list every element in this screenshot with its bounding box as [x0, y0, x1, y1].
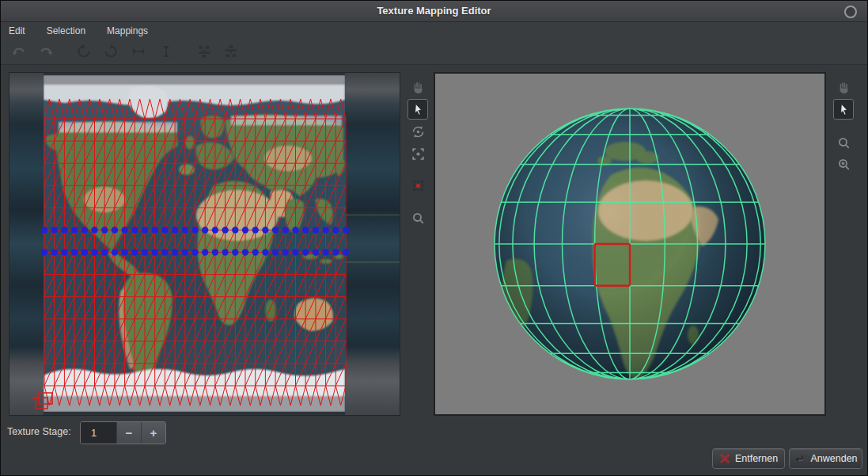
flip-horizontal-button[interactable] — [129, 42, 148, 61]
redo-icon — [38, 44, 54, 59]
merge-down-button[interactable] — [195, 42, 214, 61]
rotate-ccw-button[interactable] — [74, 42, 93, 61]
rotate-cw-icon — [103, 44, 119, 59]
red-x-icon — [719, 453, 730, 464]
zoom-tool-button-right[interactable] — [833, 132, 854, 153]
window-menu-button[interactable] — [844, 6, 857, 18]
menubar: Edit Selection Mappings — [1, 22, 867, 39]
uv-map-canvas[interactable] — [9, 72, 400, 416]
menu-mappings[interactable]: Mappings — [107, 25, 148, 36]
stage-decrement-button[interactable]: − — [116, 422, 141, 444]
pan-hand-icon — [836, 80, 851, 95]
stage-increment-button[interactable]: + — [141, 422, 165, 444]
magnifier-icon — [836, 135, 851, 150]
texture-stage-spinner: − + — [80, 421, 166, 444]
magnifier-icon — [411, 211, 426, 226]
pan-tool-button-right[interactable] — [833, 77, 854, 97]
pan-hand-icon — [411, 80, 426, 95]
merge-up-icon — [223, 44, 239, 59]
remove-button[interactable]: Entfernen — [712, 448, 785, 469]
rotate-cw-button[interactable] — [101, 42, 120, 61]
center-view-icon — [411, 147, 426, 162]
zoom-tool-button-left[interactable] — [407, 208, 428, 228]
apply-button[interactable]: Anwenden — [789, 448, 862, 469]
window-title: Texture Mapping Editor — [1, 5, 867, 17]
center-selection-button[interactable] — [407, 143, 428, 164]
redo-button[interactable] — [36, 42, 55, 61]
merge-down-icon — [196, 44, 212, 59]
magnifier-plus-icon — [836, 157, 851, 172]
texture-stage-input[interactable] — [81, 422, 116, 444]
rotate-ccw-icon — [76, 44, 92, 59]
marker-tool-button[interactable] — [407, 175, 428, 196]
select-tool-button-right[interactable] — [833, 99, 854, 120]
flip-horizontal-icon — [131, 44, 146, 59]
return-arrow-icon — [794, 453, 805, 465]
pan-tool-button-left[interactable] — [407, 77, 428, 97]
undo-button[interactable] — [9, 42, 28, 61]
texture-stage-label: Texture Stage: — [7, 426, 71, 437]
apply-button-label: Anwenden — [810, 453, 857, 464]
flip-vertical-button[interactable] — [157, 42, 176, 61]
marker-target-icon — [411, 178, 426, 193]
cursor-arrow-icon — [411, 102, 426, 117]
zoom-in-tool-button[interactable] — [833, 154, 854, 174]
orbit-rotate-icon — [411, 124, 426, 139]
texture-mapping-editor-window: Texture Mapping Editor Edit Selection Ma… — [0, 0, 868, 476]
undo-icon — [11, 44, 27, 59]
globe-preview-canvas[interactable] — [434, 72, 826, 416]
menu-selection[interactable]: Selection — [47, 25, 85, 36]
titlebar: Texture Mapping Editor — [1, 1, 867, 22]
remove-button-label: Entfernen — [735, 453, 778, 464]
menu-edit[interactable]: Edit — [9, 25, 25, 36]
cursor-arrow-icon — [836, 102, 851, 117]
orbit-tool-button[interactable] — [407, 121, 428, 142]
merge-up-button[interactable] — [222, 42, 241, 61]
flip-vertical-icon — [158, 44, 174, 59]
select-tool-button-left[interactable] — [407, 99, 428, 120]
